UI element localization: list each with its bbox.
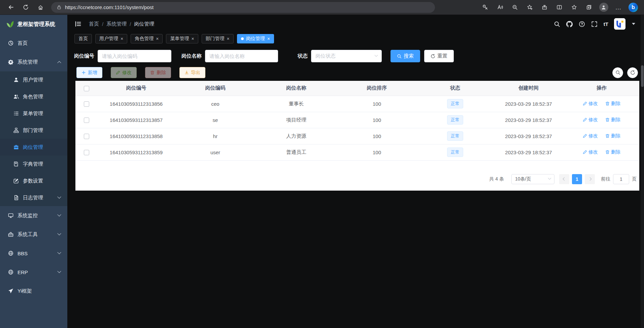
address-bar[interactable]: https://ccnetcore.com:1101/system/post [51, 2, 435, 13]
sidebar-item-post-management[interactable]: 岗位管理 [0, 139, 67, 156]
sidebar-item-system-tools[interactable]: 系统工具 [0, 225, 67, 244]
row-checkbox[interactable] [84, 101, 89, 107]
sidebar-item-log-management[interactable]: 日志管理 [0, 189, 67, 206]
row-edit-link[interactable]: 修改 [583, 133, 598, 139]
breadcrumb-separator: / [130, 21, 131, 27]
sidebar-item-erp[interactable]: ERP [0, 263, 67, 282]
split-screen-icon[interactable] [552, 2, 566, 13]
add-favorite-icon[interactable] [523, 2, 536, 13]
row-checkbox[interactable] [84, 150, 89, 155]
back-icon[interactable] [4, 2, 18, 13]
status-select[interactable]: 岗位状态 [311, 50, 382, 62]
password-key-icon[interactable] [478, 2, 492, 13]
fullscreen-icon[interactable] [591, 21, 598, 27]
sidebar-item-bbs[interactable]: BBS [0, 244, 67, 263]
favorites-icon[interactable] [567, 2, 581, 13]
sidebar-item-department-management[interactable]: 部门管理 [0, 122, 67, 139]
add-button[interactable]: 新增 [76, 67, 102, 78]
collapse-sidebar-icon[interactable] [74, 20, 82, 28]
read-aloud-icon[interactable] [493, 2, 507, 13]
search-icon[interactable] [554, 21, 561, 27]
browser-profile-avatar[interactable] [597, 2, 610, 13]
sidebar-item-yi-framework[interactable]: Yi框架 [0, 282, 67, 300]
prev-page-button[interactable] [559, 174, 569, 184]
chevron-down-icon [57, 232, 61, 235]
close-icon[interactable]: × [191, 36, 194, 41]
search-button[interactable]: 搜索 [391, 50, 420, 62]
sidebar-item-home[interactable]: 首页 [0, 34, 67, 53]
tab-home[interactable]: 首页 [74, 34, 92, 43]
refresh-table-button[interactable] [627, 67, 638, 78]
goto-label: 前往 [601, 176, 610, 182]
collections-icon[interactable] [582, 2, 596, 13]
delete-button[interactable]: 删除 [145, 67, 171, 78]
table-row[interactable]: 1641030593112313858 hr 人力资源 100 正常 2023-… [75, 128, 639, 144]
row-edit-link[interactable]: 修改 [583, 117, 598, 123]
sidebar-item-dictionary-management[interactable]: 字典管理 [0, 156, 67, 172]
next-page-button[interactable] [585, 174, 595, 184]
sidebar-item-system-monitor[interactable]: 系统监控 [0, 206, 67, 225]
close-icon[interactable]: × [156, 36, 159, 41]
page-size-select[interactable]: 10条/页 [511, 174, 554, 184]
app-header: 首页 / 系统管理 / 岗位管理 tT [67, 15, 641, 33]
font-size-icon[interactable]: tT [604, 21, 608, 27]
github-icon[interactable] [566, 21, 573, 27]
close-icon[interactable]: × [267, 36, 270, 41]
avatar-dropdown-caret-icon[interactable] [632, 23, 635, 25]
column-header: 创建时间 [493, 81, 564, 96]
edit-button[interactable]: 修改 [111, 67, 137, 78]
post-code-input[interactable] [98, 50, 171, 62]
reset-button[interactable]: 重置 [424, 50, 454, 62]
tab-role-management[interactable]: 角色管理 × [131, 34, 163, 43]
chevron-right-icon [588, 177, 591, 181]
globe-icon [8, 251, 13, 256]
tab-post-management[interactable]: 岗位管理 × [237, 34, 274, 43]
row-checkbox[interactable] [84, 118, 89, 123]
show-search-toggle-button[interactable] [612, 67, 623, 78]
page-scrollbar[interactable] [641, 15, 644, 328]
column-header: 岗位名称 [256, 81, 337, 96]
extensions-icon[interactable] [538, 2, 551, 13]
sidebar-item-label: 日志管理 [23, 195, 43, 201]
sidebar-item-parameter-settings[interactable]: 参数设置 [0, 172, 67, 189]
close-icon[interactable]: × [227, 36, 230, 41]
row-delete-link[interactable]: 删除 [605, 149, 620, 155]
row-edit-link[interactable]: 修改 [583, 101, 598, 107]
pagination: 共 4 条 10条/页 1 前往 页 [75, 174, 639, 184]
browser-menu-icon[interactable]: … [612, 2, 625, 13]
row-edit-link[interactable]: 修改 [583, 149, 598, 155]
goto-page-input[interactable] [613, 174, 629, 184]
sidebar-item-system-management[interactable]: 系统管理 [0, 53, 67, 71]
sidebar-item-label: ERP [18, 269, 28, 275]
export-button[interactable]: 导出 [179, 67, 205, 78]
help-icon[interactable] [579, 21, 585, 27]
post-name-input[interactable] [205, 50, 278, 62]
tab-user-management[interactable]: 用户管理 × [95, 34, 127, 43]
table-tools [612, 67, 638, 78]
table-row[interactable]: 1641030593112313859 user 普通员工 100 正常 202… [75, 144, 639, 160]
tab-department-management[interactable]: 部门管理 × [202, 34, 234, 43]
user-avatar[interactable] [614, 18, 625, 30]
table-row[interactable]: 1641030593112313857 se 项目经理 100 正常 2023-… [75, 112, 639, 128]
refresh-icon[interactable] [19, 2, 32, 13]
page-number-button[interactable]: 1 [572, 174, 582, 184]
row-delete-link[interactable]: 删除 [605, 101, 620, 107]
home-icon[interactable] [34, 2, 47, 13]
sidebar-item-menu-management[interactable]: 菜单管理 [0, 105, 67, 122]
sidebar-item-role-management[interactable]: 角色管理 [0, 88, 67, 105]
post-sort-cell: 100 [337, 112, 417, 128]
column-header: 岗位编号 [98, 81, 175, 96]
zoom-icon[interactable] [508, 2, 521, 13]
sidebar-item-user-management[interactable]: 用户管理 [0, 71, 67, 88]
row-delete-link[interactable]: 删除 [605, 133, 620, 139]
row-delete-link[interactable]: 删除 [605, 117, 620, 123]
tab-menu-management[interactable]: 菜单管理 × [166, 34, 198, 43]
table-row[interactable]: 1641030593112313856 ceo 董事长 100 正常 2023-… [75, 96, 639, 112]
breadcrumb-home[interactable]: 首页 [89, 21, 99, 27]
select-all-checkbox[interactable] [84, 86, 89, 91]
close-icon[interactable]: × [121, 36, 123, 41]
breadcrumb-system-management[interactable]: 系统管理 [106, 21, 127, 27]
bing-copilot-icon[interactable]: b [626, 2, 640, 13]
row-checkbox[interactable] [84, 134, 89, 139]
scrollbar-thumb[interactable] [641, 65, 644, 87]
